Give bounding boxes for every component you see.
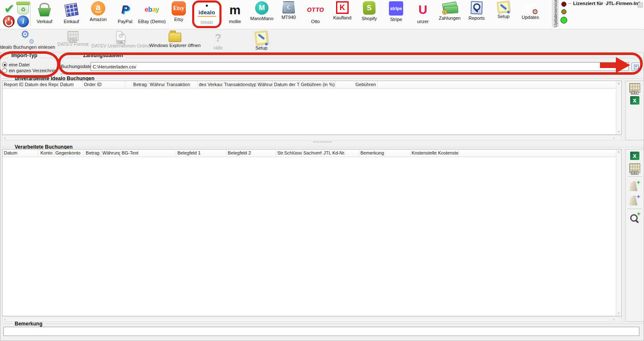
processed-table: Datum Konto Gegenkonto Betrag Währung BG… [2,149,622,316]
column-header[interactable]: Bemerkung [359,150,410,157]
action-idealo-einlesen[interactable]: Idealo Buchungen einlesen [0,30,55,52]
action-setup[interactable]: Setup [237,30,286,52]
column-header[interactable]: Währun: [149,81,165,88]
browse-button[interactable] [631,63,641,71]
column-header[interactable]: Betrag [125,81,149,88]
vertical-scrollbar[interactable] [616,150,621,316]
unprocessed-table-body[interactable] [3,89,616,134]
column-header[interactable]: Kostenstelle 2 [437,150,459,157]
payment-files-group: Zahlungsdateien Buchungsdatei [60,55,643,77]
status-light-yellow [561,9,566,14]
excel-export-icon[interactable]: X [630,152,639,160]
toolbar-app-mollie[interactable]: m mollie [222,0,248,29]
column-header[interactable]: JTL Kd-Nr. [322,150,359,157]
toolbar-app-verkauf[interactable]: Verkauf [31,0,58,29]
toolbar-app-stripe[interactable]: stripe Stripe [383,0,409,29]
action-explorer[interactable]: Windows Explorer öffnen [150,30,200,52]
licensed-for-caption: Lizenziert für [568,1,609,6]
column-header[interactable]: Transaktion [165,81,198,88]
column-header[interactable]: Str.Schlüssel [276,150,302,157]
status-light-green [561,17,567,24]
column-header[interactable]: Report ID [3,81,23,88]
action-datev-online[interactable]: XML DATEV Unternehmen Online [91,30,150,52]
toolbar-app-etsy[interactable]: Etsy Etsy [165,0,192,29]
add-entry-blue-icon[interactable]: + [629,194,640,205]
top-toolbar: ✔ ♻ i [0,0,644,29]
info-icon[interactable]: i [17,16,29,27]
toolbar-app-unzer[interactable]: U unzer [409,0,436,29]
processed-actions-panel: X CSV + + [625,149,644,322]
toolbar-app-einkauf[interactable]: Einkauf [58,0,85,29]
column-header[interactable]: Konto [38,150,54,157]
check-icon[interactable]: ✔ [3,2,16,15]
toolbar-separator [30,3,31,26]
booking-file-input[interactable] [91,62,629,71]
toolbar-app-mt940[interactable]: € MT940 [275,0,302,29]
import-option-directory[interactable]: ein ganzes Verzeichnis [2,68,57,73]
csv-export-icon[interactable]: CSV [629,83,640,93]
updateservice-label: Updateservice [553,0,558,28]
app-window: ✔ ♻ i [0,0,644,341]
column-header[interactable]: Belegfeld 1 [176,150,227,157]
vertical-scrollbar[interactable] [616,81,621,134]
column-header[interactable]: Datum [3,150,38,157]
excel-export-icon[interactable]: X [630,96,639,105]
column-header[interactable]: Kostenstelle 1 [410,150,437,157]
action-toolbar: Idealo Buchungen einlesen CSV DATEV Form… [0,30,644,52]
action-datev-format[interactable]: CSV DATEV Format [55,30,91,52]
add-entry-green-icon[interactable]: + [629,180,640,191]
column-header[interactable]: Transaktionstyp [223,81,256,88]
app-toolbar-items: Verkauf Einkauf a Amazon [31,0,544,29]
separator [627,209,642,209]
column-header[interactable]: BG-Text [120,150,176,157]
horizontal-scrollbar[interactable] [2,135,622,140]
toolbar-app-idealo[interactable]: idealo Idealo [192,0,222,28]
column-header[interactable]: Gebühren [336,81,378,88]
action-hilfe[interactable]: ? Hilfe [200,30,237,52]
recycle-bin-icon[interactable]: ♻ [17,3,29,14]
toolbar-app-updates[interactable]: Updates [517,0,544,29]
toolbar-app-kaufland[interactable]: K Kaufland [329,0,356,29]
column-header[interactable]: des Verkaufs [198,81,223,88]
power-icon[interactable] [3,16,15,27]
import-type-title: Import-Typ [11,52,37,58]
toolbar-app-paypal[interactable]: P PayPal [112,0,138,29]
remark-section-caption: Bemerkung [2,321,643,326]
processed-table-header: Datum Konto Gegenkonto Betrag Währung BG… [3,150,621,157]
column-header[interactable]: Betrag [83,150,101,157]
search-add-icon[interactable]: + [630,212,640,223]
status-light-red [561,2,566,7]
toolbar-app-shopify[interactable]: S Shopify [356,0,383,29]
import-option-single-file[interactable]: eine Datei [2,62,57,68]
column-header[interactable]: Gegenkonto [54,150,83,157]
updateservice-strip: Updateservice [552,0,559,27]
unprocessed-table: Report ID Datum des Report Datum Order I… [2,81,622,135]
toolbar-app-reports[interactable]: Reports [463,0,490,29]
table-splitter[interactable] [0,140,644,144]
column-header[interactable]: Gebühren (in %) [300,81,336,88]
unprocessed-table-header: Report ID Datum des Report Datum Order I… [3,81,621,89]
toolbar-app-amazon[interactable]: a Amazon [85,0,112,29]
toolbar-app-ebay[interactable]: ebay EBay (Demo) [138,0,165,29]
radio-button[interactable] [2,68,7,73]
column-header[interactable]: Belegfeld 2 [227,150,276,157]
groupbox-line [2,58,9,58]
column-header[interactable]: Datum des Report [23,81,59,88]
column-header[interactable]: Datum der Tr [273,81,300,88]
column-header[interactable]: Order ID [83,81,125,88]
processed-table-body[interactable] [3,157,616,316]
column-header[interactable]: Währun: [256,81,273,88]
toolbar-app-zahlungen[interactable]: € Zahlungen [436,0,463,29]
caption-dash [568,3,571,4]
toolbar-app-manomano[interactable]: M ManoMano [248,0,275,29]
column-header[interactable]: Währung [101,150,120,157]
column-header[interactable]: Datum [59,81,83,88]
remark-input[interactable] [3,327,639,336]
booking-file-label: Buchungsdatei [61,64,93,69]
column-header[interactable]: Sachverhalt [302,150,322,157]
toolbar-app-otto[interactable]: OTTO Otto [302,0,329,29]
import-type-group: Import-Typ eine Datei ein ganzes Verzeic… [2,55,57,78]
csv-export-icon[interactable]: CSV [629,163,640,173]
toolbar-app-setup[interactable]: Setup [490,0,517,29]
radio-button[interactable] [2,62,7,67]
